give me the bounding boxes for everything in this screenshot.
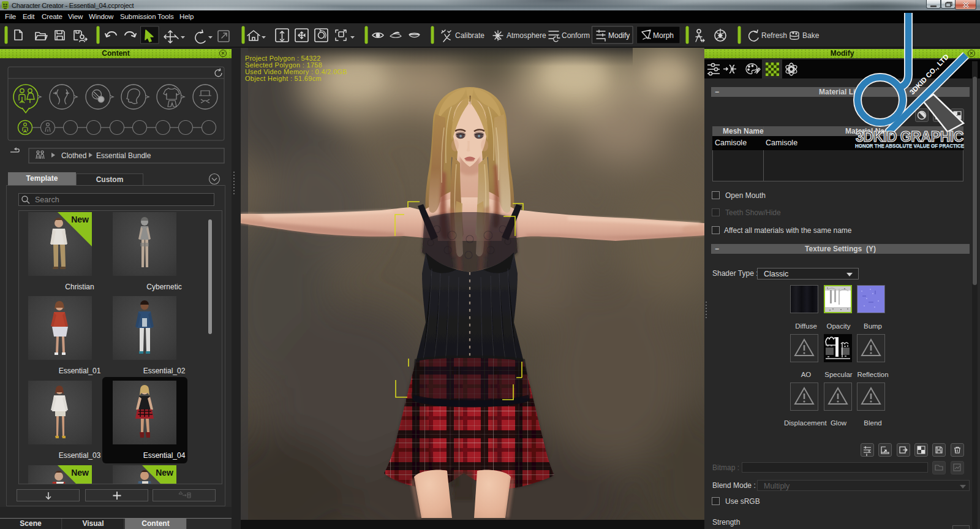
svg-text:Clothed: Clothed (61, 151, 86, 160)
svg-text:3DKID GRAPHIC: 3DKID GRAPHIC (856, 128, 963, 145)
svg-text:HONOR THE ABSOLUTE VALUE OF PR: HONOR THE ABSOLUTE VALUE OF PRACTICE (855, 143, 964, 149)
svg-text:Calibrate: Calibrate (455, 31, 484, 40)
svg-text:Atmosphere: Atmosphere (507, 31, 546, 40)
svg-text:Morph: Morph (653, 31, 674, 40)
svg-text:Essential Bundle: Essential Bundle (96, 151, 151, 160)
svg-text:Refresh: Refresh (761, 31, 787, 40)
svg-text:Modify: Modify (608, 31, 630, 40)
svg-text:Conform: Conform (562, 31, 590, 40)
svg-text:Bake: Bake (802, 31, 820, 40)
